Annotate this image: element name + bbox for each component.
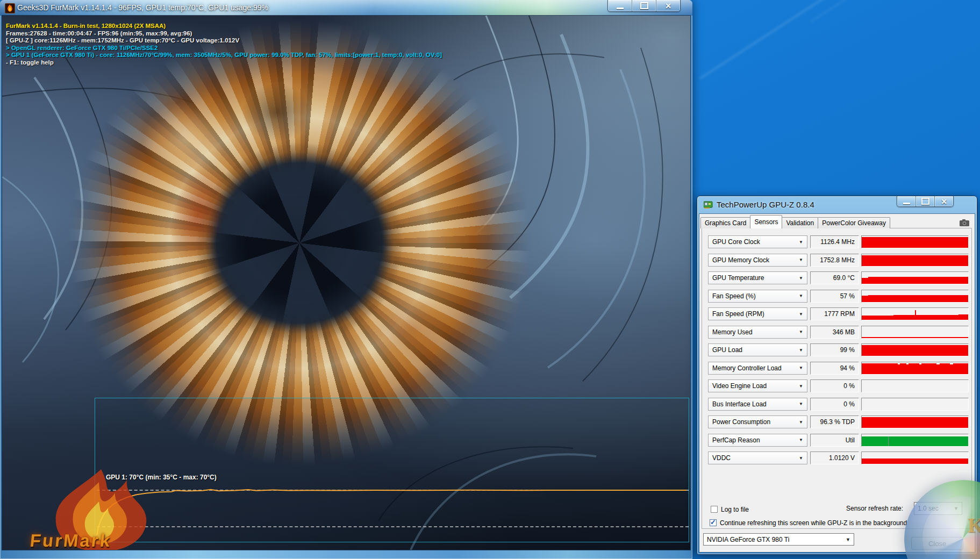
maximize-icon [640,2,648,9]
furmark-overlay-line: > OpenGL renderer: GeForce GTX 980 Ti/PC… [6,45,442,52]
sensor-value: 0 % [810,398,859,411]
tab-graphics-card[interactable]: Graphics Card [700,217,750,228]
gpuz-window-title: TechPowerUp GPU-Z 0.8.4 [717,200,814,209]
sensor-row: GPU Core Clock ▼ 1126.4 MHz [702,235,971,248]
close-button[interactable]: ✕ [935,196,953,206]
sensor-label: Fan Speed (%) [712,292,756,300]
sensor-value: 1777 RPM [810,307,859,320]
sensor-label: Bus Interface Load [712,400,767,408]
log-to-file-label: Log to file [721,506,749,513]
sensor-row: VDDC ▼ 1.0120 V [702,452,971,464]
tab-sensors[interactable]: Sensors [750,215,782,228]
chevron-down-icon: ▼ [799,456,803,461]
sensor-label: GPU Temperature [712,274,764,282]
furmark-overlay-line: Frames:27628 - time:00:04:47 - FPS:96 (m… [6,30,442,38]
sensor-label: GPU Core Clock [712,238,760,246]
graph-bar-segment [862,296,868,302]
maximize-button[interactable] [632,0,656,11]
sensor-history-graph [861,379,969,392]
sensor-label-dropdown[interactable]: Bus Interface Load ▼ [708,398,807,411]
sensor-label-dropdown[interactable]: Fan Speed (%) ▼ [708,290,807,303]
sensor-row: Fan Speed (RPM) ▼ 1777 RPM [702,307,971,320]
minimize-icon [617,8,624,9]
sensor-value: 94 % [810,362,859,375]
sensor-history-graph [861,398,969,411]
close-icon: ✕ [941,198,947,205]
sensor-label: GPU Memory Clock [712,256,769,264]
sensor-value: 1752.8 MHz [810,254,859,267]
sensor-label-dropdown[interactable]: GPU Core Clock ▼ [708,235,807,248]
gpu-select-value: NVIDIA GeForce GTX 980 Ti [707,536,789,543]
sensor-label-dropdown[interactable]: Memory Used ▼ [708,326,807,339]
graph-bar-segment [862,278,868,284]
graph-bar-segment [862,436,888,446]
sensor-label-dropdown[interactable]: Fan Speed (RPM) ▼ [708,307,807,320]
gpuz-tab-bar: Graphics CardSensorsValidationPowerColor… [700,216,890,228]
chevron-down-icon: ▼ [799,257,803,262]
chevron-down-icon: ▼ [799,312,803,317]
close-icon: ✕ [665,2,671,10]
graph-bar-segment [862,363,898,374]
gpu-select-dropdown[interactable]: NVIDIA GeForce GTX 980 Ti ▼ [703,533,854,546]
sensor-label: Memory Controller Load [712,364,782,372]
gpu-temperature-graph: GPU 1: 70°C (min: 35°C - max: 70°C) [95,398,689,542]
sensor-value: Util [810,434,859,447]
sensor-label-dropdown[interactable]: PerfCap Reason ▼ [708,434,807,447]
graph-bar-segment [862,345,968,356]
sensor-label: VDDC [712,454,731,462]
graph-bar-segment [953,363,968,374]
refresh-rate-label: Sensor refresh rate: [846,505,903,512]
graph-bar-segment [916,315,940,320]
graph-bar-segment [921,363,936,374]
furmark-app-icon [5,3,15,13]
sensor-history-graph [861,452,969,464]
sensor-label-dropdown[interactable]: Memory Controller Load ▼ [708,362,807,375]
camera-screenshot-icon[interactable] [960,219,969,228]
sensor-label-dropdown[interactable]: GPU Temperature ▼ [708,271,807,284]
minimize-button[interactable] [897,196,916,206]
chevron-down-icon: ▼ [846,537,850,542]
furmark-overlay-line: > GPU 1 (GeForce GTX 980 Ti) - core: 112… [6,52,442,59]
graph-bar-segment [862,458,968,464]
graph-bar-segment [889,436,968,446]
sensor-label: Video Engine Load [712,382,767,390]
sensor-history-graph [861,254,969,267]
graph-bar-segment [862,255,968,266]
chevron-down-icon: ▼ [799,348,803,353]
graph-bar-segment [900,363,906,374]
minimize-button[interactable] [608,0,632,11]
chevron-down-icon: ▼ [799,438,803,442]
sensor-label-dropdown[interactable]: Video Engine Load ▼ [708,379,807,392]
chevron-down-icon: ▼ [799,276,803,281]
sensor-row: Memory Controller Load ▼ 94 % [702,362,971,375]
graph-bar-segment [893,315,915,320]
tab-validation[interactable]: Validation [782,217,818,228]
sensor-value: 99 % [810,343,859,356]
log-to-file-checkbox[interactable] [711,506,718,513]
furmark-overlay-line: - F1: toggle help [6,59,442,67]
sensor-label-dropdown[interactable]: Power Consumption ▼ [708,415,807,428]
chevron-down-icon: ▼ [799,366,803,370]
fur-rust-blotch [357,284,464,376]
continue-refresh-checkbox[interactable] [710,519,717,526]
sensor-row: GPU Memory Clock ▼ 1752.8 MHz [702,254,971,267]
furmark-overlay-line: FurMark v1.14.1.4 - Burn-in test, 1280x1… [6,23,442,30]
furmark-window-controls: ✕ [607,0,681,12]
furmark-window-title: Geeks3D FurMark v1.14.1.4 - 96FPS, GPU1 … [17,3,268,12]
sensor-value: 69.0 °C [810,271,859,284]
close-button[interactable]: ✕ [656,0,680,11]
sensor-row: Bus Interface Load ▼ 0 % [702,398,971,411]
sensor-label-dropdown[interactable]: VDDC ▼ [708,452,807,464]
tab-powercolor-giveaway[interactable]: PowerColor Giveaway [818,217,890,228]
gpuz-window-controls: ✕ [897,196,954,207]
sensor-value: 57 % [810,290,859,303]
graph-bar-segment [862,337,968,338]
maximize-button[interactable] [916,196,935,206]
sensor-label-dropdown[interactable]: GPU Memory Clock ▼ [708,254,807,267]
sensor-value: 96.3 % TDP [810,415,859,428]
sensor-label: PerfCap Reason [712,436,760,444]
sensor-label-dropdown[interactable]: GPU Load ▼ [708,343,807,356]
sensor-label: Power Consumption [712,418,770,426]
sensor-history-graph [861,343,969,356]
furmark-logo-text: FurMark [29,531,112,550]
